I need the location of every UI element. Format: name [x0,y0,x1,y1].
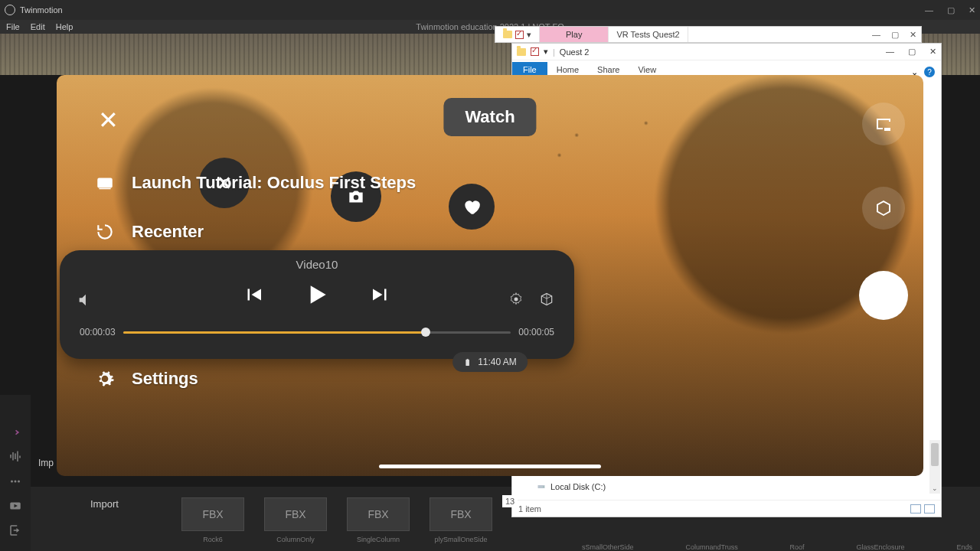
menu-guardian[interactable]: Reset Guardian [95,271,416,291]
svg-point-15 [108,328,111,331]
svg-point-17 [103,333,106,336]
window-title: Quest 2 [560,47,590,57]
folder-icon [503,31,512,38]
explorer-tab-label[interactable]: VR Tests Quest2 [609,27,688,42]
guardian-icon [95,271,115,291]
tool-rail [0,395,31,551]
cube-icon[interactable] [862,187,905,230]
settings-icon [95,369,115,389]
play-tab[interactable]: Play [540,27,609,42]
clock-pill: 11:40 AM [452,352,528,372]
item-count: 1 item [518,504,541,514]
battery-icon [463,357,472,367]
vr-menu: Launch Tutorial: Oculus First Steps Rece… [95,173,416,389]
svg-rect-20 [466,359,469,365]
svg-rect-21 [467,358,469,359]
prev-track-icon[interactable] [242,283,265,309]
export-icon[interactable] [8,523,22,536]
svg-point-1 [15,481,17,483]
home-indicator[interactable] [379,465,601,468]
menu-edit[interactable]: Edit [31,22,45,31]
window-close-icon[interactable]: ✕ [969,5,975,15]
clock-time: 11:40 AM [478,357,517,367]
play-icon[interactable] [302,279,332,313]
app-title: Twinmotion [20,5,63,15]
app-logo-icon [5,5,15,15]
cast-icon[interactable] [862,103,905,145]
camera-bubble-icon[interactable] [331,171,381,222]
import-label[interactable]: Import [90,498,119,510]
window-minimize-icon[interactable]: — [886,47,894,57]
window-minimize-icon[interactable]: — [872,30,880,40]
menu-apps[interactable]: Apps [95,320,416,340]
svg-point-2 [18,481,20,483]
svg-point-18 [108,333,111,336]
help-icon[interactable]: ? [924,67,935,77]
app-titlebar: Twinmotion — ▢ ✕ [0,0,980,20]
hamburger-icon[interactable] [8,401,22,413]
cancel-bubble-icon[interactable] [199,158,250,208]
count-fragment: 13 [502,495,518,507]
window-close-icon[interactable]: ✕ [929,47,936,57]
svg-point-6 [544,487,544,487]
svg-point-12 [108,323,111,326]
view-details-icon[interactable] [910,504,921,514]
quick-dropdown-icon[interactable]: ▾ [544,47,548,57]
scrollbar[interactable]: ⌄ [929,440,940,494]
recenter-icon [95,222,115,242]
asset-item[interactable]: FBXRock6 [181,497,245,543]
svg-point-0 [11,481,13,483]
menu-file[interactable]: File [6,22,20,31]
asset-thumbnails: FBXRock6 FBXColumnOnly FBXSingleColumn F… [181,497,493,543]
video-player: Video10 00:00:03 00:00:05 [60,250,574,359]
volume-icon[interactable] [77,292,93,311]
record-button[interactable] [859,271,908,320]
folder-icon [517,48,526,56]
svg-point-7 [354,195,359,201]
status-bar: 1 item [512,500,941,517]
svg-point-19 [514,298,518,302]
next-track-icon[interactable] [369,283,392,309]
explorer-window-back: ▾ Play VR Tests Quest2 — ▢ ✕ [495,26,922,43]
window-maximize-icon[interactable]: ▢ [947,5,955,15]
time-total: 00:00:05 [518,327,554,337]
heart-bubble-icon[interactable] [449,184,495,230]
menu-recenter[interactable]: Recenter [95,222,416,242]
waveform-icon[interactable] [8,450,22,462]
window-minimize-icon[interactable]: — [925,5,933,15]
menu-help[interactable]: Help [56,22,74,31]
asset-item[interactable]: FBXSingleColumn [346,497,410,543]
svg-rect-9 [98,274,111,287]
vr-overlay: ✕ Watch Launch Tutorial: Oculus First St… [57,75,923,476]
tutorial-icon [95,173,115,193]
drive-icon [537,482,546,491]
gear-icon[interactable] [508,292,524,310]
window-maximize-icon[interactable]: ▢ [908,47,916,57]
dots-icon[interactable] [8,474,22,487]
svg-point-13 [98,328,101,331]
asset-item[interactable]: FBXColumnOnly [263,497,328,543]
asset-names-row: sSmallOtherSideColumnandTruss RoofGlassE… [582,543,972,551]
svg-point-11 [103,323,106,326]
window-maximize-icon[interactable]: ▢ [891,30,899,40]
menu-settings[interactable]: Settings [95,369,416,389]
checkbox-icon [531,47,539,56]
cube3d-icon[interactable] [539,292,554,310]
seek-bar[interactable] [123,331,511,334]
window-close-icon[interactable]: ✕ [910,30,916,40]
explorer-tab[interactable]: ▾ [495,27,540,42]
media-icon[interactable] [8,499,22,511]
video-title: Video10 [296,258,338,271]
tree-item-local-disk[interactable]: Local Disk (C:) [523,480,936,494]
view-icons-icon[interactable] [924,504,935,514]
close-icon[interactable]: ✕ [98,106,119,135]
svg-point-16 [98,333,101,336]
svg-point-10 [98,323,101,326]
panel-label: Imp [38,458,54,468]
svg-point-14 [103,328,106,331]
watch-button[interactable]: Watch [443,98,536,136]
import-icon[interactable] [8,425,22,438]
checkbox-icon [515,31,524,39]
asset-item[interactable]: FBXplySmallOneSide [429,497,493,543]
menu-tutorial[interactable]: Launch Tutorial: Oculus First Steps [95,173,416,193]
